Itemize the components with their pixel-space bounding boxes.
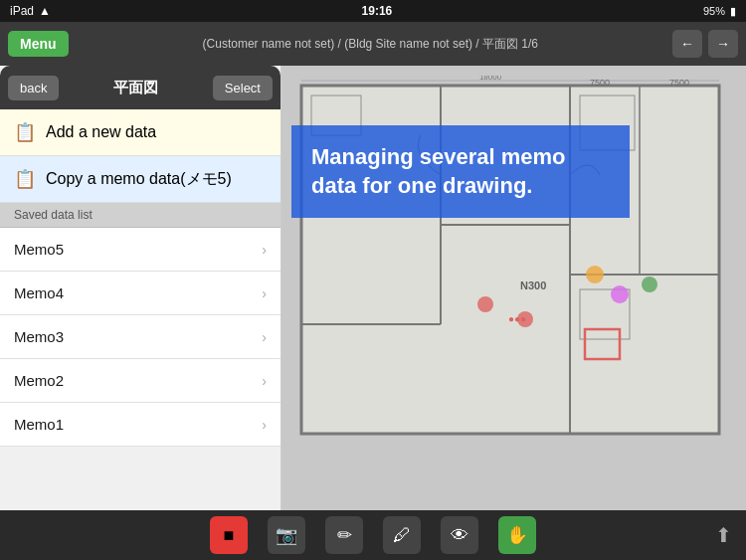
camera-icon: 📷: [276, 524, 297, 546]
status-bar: iPad ▲ 19:16 95% ▮: [0, 0, 746, 22]
memo2-chevron: ›: [262, 373, 267, 389]
camera-tool[interactable]: 📷: [268, 516, 305, 554]
memo3-label: Memo3: [14, 328, 64, 345]
memo-item-memo2[interactable]: Memo2 ›: [0, 359, 280, 403]
svg-point-15: [586, 266, 604, 283]
hand-tool[interactable]: ✋: [498, 516, 536, 554]
copy-doc-icon: 📋: [14, 168, 36, 190]
add-new-row[interactable]: 📋 Add a new data: [0, 109, 280, 156]
red-square-tool[interactable]: ■: [210, 516, 248, 554]
svg-text:●●●: ●●●: [508, 313, 526, 324]
back-button[interactable]: back: [8, 76, 59, 100]
status-ipad: iPad: [10, 4, 34, 18]
memo1-label: Memo1: [14, 416, 64, 433]
memo-item-memo3[interactable]: Memo3 ›: [0, 315, 280, 359]
panel-title: 平面図: [113, 79, 158, 97]
menu-button[interactable]: Menu: [8, 31, 69, 57]
battery-label: 95%: [703, 5, 725, 17]
nav-arrow-left[interactable]: ←: [672, 30, 702, 58]
memo5-label: Memo5: [14, 241, 64, 258]
battery-icon: ▮: [730, 5, 736, 18]
status-time: 19:16: [362, 4, 393, 18]
hand-icon: ✋: [506, 524, 528, 546]
nav-bar: Menu (Customer name not set) / (Bldg Sit…: [0, 22, 746, 66]
memo-item-memo5[interactable]: Memo5 ›: [0, 228, 280, 272]
wifi-icon: ▲: [39, 4, 51, 18]
memo3-chevron: ›: [262, 329, 267, 345]
memo-item-memo4[interactable]: Memo4 ›: [0, 272, 280, 315]
nav-arrow-right[interactable]: →: [708, 30, 738, 58]
eraser-icon: ✏: [337, 524, 352, 546]
dim-label-1: 7500: [590, 78, 610, 88]
saved-data-header: Saved data list: [0, 203, 280, 228]
memo2-label: Memo2: [14, 372, 64, 389]
copy-memo-row[interactable]: 📋 Copy a memo data(メモ5): [0, 156, 280, 203]
svg-text:N300: N300: [520, 280, 546, 291]
main-content: back 平面図 Select 📋 Add a new data 📋 Copy …: [0, 66, 746, 510]
eye-tool[interactable]: 👁: [441, 516, 478, 554]
svg-point-14: [611, 285, 629, 303]
eraser-tool[interactable]: ✏: [325, 516, 363, 554]
pencil-icon: 🖊: [393, 525, 411, 546]
bottom-toolbar: ■ 📷 ✏ 🖊 👁 ✋ ⬆: [0, 510, 746, 560]
left-panel: back 平面図 Select 📋 Add a new data 📋 Copy …: [0, 66, 281, 510]
svg-text:18000: 18000: [479, 76, 502, 82]
copy-memo-label: Copy a memo data(メモ5): [46, 169, 232, 190]
memo4-chevron: ›: [262, 285, 267, 301]
eye-icon: 👁: [451, 525, 468, 546]
memo-item-memo1[interactable]: Memo1 ›: [0, 403, 280, 447]
memo4-label: Memo4: [14, 284, 64, 301]
memo1-chevron: ›: [262, 417, 267, 433]
red-square-icon: ■: [224, 525, 235, 546]
svg-point-12: [477, 296, 493, 312]
blueprint-area: 18000 N300 ●●● Managing several memo dat…: [281, 66, 746, 510]
select-button[interactable]: Select: [213, 76, 273, 100]
blueprint-overlay: Managing several memo data for one drawi…: [291, 125, 630, 218]
memo5-chevron: ›: [262, 242, 267, 258]
panel-header: back 平面図 Select: [0, 66, 280, 109]
share-icon: ⬆: [715, 524, 732, 546]
memo-list: Memo5 › Memo4 › Memo3 › Memo2 › Memo1 ›: [0, 228, 280, 447]
nav-title: (Customer name not set) / (Bldg Site nam…: [75, 36, 666, 53]
pencil-tool[interactable]: 🖊: [383, 516, 421, 554]
add-doc-icon: 📋: [14, 121, 36, 143]
svg-point-17: [642, 277, 657, 292]
share-button[interactable]: ⬆: [715, 523, 732, 547]
dim-label-2: 7500: [669, 78, 689, 88]
add-new-label: Add a new data: [46, 123, 156, 141]
